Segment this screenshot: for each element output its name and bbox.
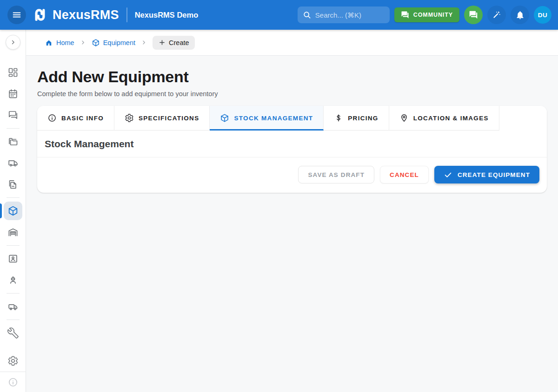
check-icon — [444, 170, 452, 179]
community-label: COMMUNITY — [413, 12, 453, 18]
magic-wand-icon — [492, 10, 502, 20]
brand-logo[interactable]: NexusRMS — [32, 7, 119, 23]
theme-toggle-button[interactable] — [487, 6, 506, 24]
hamburger-menu-button[interactable] — [7, 6, 26, 24]
breadcrumb-equipment-label: Equipment — [103, 39, 135, 46]
chat-bubbles-icon — [469, 10, 478, 20]
gear-icon — [125, 113, 134, 123]
sidebar-footer — [0, 372, 26, 392]
page-title: Add New Equipment — [37, 68, 547, 86]
chevron-right-icon — [80, 39, 86, 46]
form-actions: SAVE AS DRAFT CANCEL CREATE EQUIPMENT — [37, 157, 547, 193]
tab-location-images[interactable]: LOCATION & IMAGES — [389, 106, 499, 131]
sidebar-item-folders[interactable] — [4, 132, 22, 151]
breadcrumb-create-label: Create — [169, 39, 189, 46]
contact-badge-icon — [7, 253, 19, 264]
navbar-actions: COMMUNITY — [298, 6, 551, 24]
folders-icon — [7, 136, 19, 147]
documents-icon — [7, 179, 19, 190]
breadcrumb-create-chip: Create — [153, 36, 195, 50]
sidebar-item-shipping[interactable] — [4, 154, 22, 172]
info-icon — [47, 113, 57, 123]
nexusrms-logo-icon — [32, 7, 48, 23]
section-heading: Stock Management — [37, 131, 547, 157]
chevron-right-icon — [9, 38, 17, 46]
engineer-icon — [7, 274, 19, 286]
save-as-draft-button[interactable]: SAVE AS DRAFT — [298, 166, 374, 183]
community-button[interactable]: COMMUNITY — [394, 7, 459, 22]
notifications-button[interactable] — [511, 6, 529, 24]
tab-label: STOCK MANAGEMENT — [234, 115, 313, 122]
dashboard-icon — [7, 67, 19, 78]
breadcrumb-home[interactable]: Home — [45, 39, 74, 47]
chevron-right-icon — [140, 39, 147, 46]
sidebar-item-maintenance[interactable] — [4, 324, 22, 342]
sidebar-item-settings[interactable] — [4, 352, 22, 370]
chat-button[interactable] — [464, 6, 483, 24]
wrench-icon — [7, 327, 19, 339]
tab-label: SPECIFICATIONS — [139, 115, 199, 122]
tab-stock-management[interactable]: STOCK MANAGEMENT — [210, 106, 324, 131]
sidebar-divider — [7, 320, 20, 320]
page-subtitle: Complete the form below to add equipment… — [37, 90, 547, 98]
sidebar-item-documents[interactable] — [4, 175, 22, 194]
user-avatar[interactable]: DU — [534, 6, 551, 24]
plus-icon — [158, 39, 166, 46]
sidebar-nav — [4, 62, 22, 372]
tab-label: BASIC INFO — [61, 115, 104, 122]
create-equipment-label: CREATE EQUIPMENT — [458, 171, 530, 178]
global-search[interactable] — [298, 7, 390, 23]
tab-label: LOCATION & IMAGES — [413, 115, 489, 122]
sidebar-item-calendar[interactable] — [4, 85, 22, 103]
calendar-icon — [7, 88, 19, 99]
cube-icon — [92, 39, 100, 47]
sidebar-item-dashboard[interactable] — [4, 63, 22, 82]
warehouse-icon — [7, 227, 19, 238]
sidebar-expand-button[interactable] — [6, 35, 20, 50]
tab-label: PRICING — [348, 115, 378, 122]
forum-icon — [7, 110, 19, 121]
tab-pricing[interactable]: PRICING — [324, 106, 389, 131]
top-navbar: NexusRMS NexusRMS Demo COMMUNITY — [0, 0, 558, 30]
sidebar-divider — [7, 128, 20, 129]
sidebar-item-messages[interactable] — [4, 106, 22, 124]
sidebar-item-equipment[interactable] — [4, 202, 22, 220]
sidebar-divider — [7, 245, 20, 246]
info-icon[interactable] — [7, 377, 19, 388]
search-icon — [302, 10, 312, 20]
breadcrumb: Home Equipment — [26, 30, 558, 56]
tab-specifications[interactable]: SPECIFICATIONS — [114, 106, 210, 131]
home-icon — [45, 39, 53, 47]
forum-icon — [401, 11, 409, 19]
sidebar-item-warehouse[interactable] — [4, 223, 22, 242]
sidebar — [0, 30, 26, 392]
equipment-form-card: BASIC INFO SPECIFICATIONS — [37, 106, 547, 193]
gear-icon — [7, 355, 19, 366]
navbar-divider — [126, 7, 127, 22]
location-pin-icon — [399, 113, 409, 123]
app-title: NexusRMS Demo — [135, 11, 199, 20]
dollar-icon — [334, 113, 343, 123]
form-tabs: BASIC INFO SPECIFICATIONS — [37, 106, 547, 131]
cube-icon — [220, 113, 229, 123]
breadcrumb-equipment[interactable]: Equipment — [92, 39, 135, 47]
tab-filler — [499, 106, 547, 131]
hamburger-icon — [12, 10, 22, 20]
search-input[interactable] — [315, 11, 385, 19]
shipping-truck-icon — [7, 157, 19, 169]
create-equipment-button[interactable]: CREATE EQUIPMENT — [434, 166, 539, 183]
brand-name: NexusRMS — [53, 8, 119, 22]
sidebar-item-engineering[interactable] — [4, 271, 22, 289]
page-body: Add New Equipment Complete the form belo… — [26, 56, 558, 193]
tab-basic-info[interactable]: BASIC INFO — [37, 106, 114, 131]
cancel-button[interactable]: CANCEL — [380, 166, 429, 183]
sidebar-divider — [7, 293, 20, 294]
sidebar-divider — [7, 197, 20, 198]
sidebar-item-contacts[interactable] — [4, 249, 22, 268]
bell-icon — [515, 10, 525, 20]
cube-icon — [7, 205, 19, 216]
delivery-truck-icon — [7, 301, 19, 312]
breadcrumb-home-label: Home — [56, 39, 74, 46]
sidebar-item-delivery[interactable] — [4, 297, 22, 316]
main-content: Home Equipment — [26, 30, 558, 392]
